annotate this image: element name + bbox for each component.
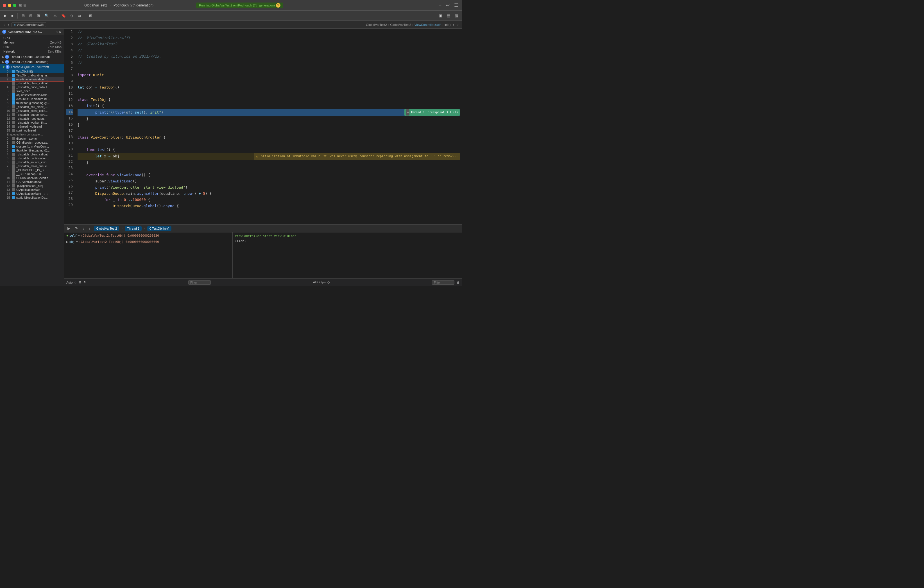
stack-frame-14[interactable]: 14 _pthread_wqthread bbox=[0, 124, 64, 129]
enqueued-frame-12[interactable]: 12 -[UIApplication _run] bbox=[0, 184, 64, 188]
enqueued-frame-10[interactable]: 10 CFRunLoopRunSpecific bbox=[0, 176, 64, 180]
enqueued-frame-2[interactable]: 2 closure #1 in ViewCont... bbox=[0, 144, 64, 149]
memory-resource: Memory Zero KB bbox=[0, 40, 64, 45]
enqueued-frame-0[interactable]: 0 dispatch_async bbox=[0, 137, 64, 140]
forward-btn[interactable]: › bbox=[7, 22, 10, 27]
maximize-button[interactable] bbox=[13, 4, 16, 7]
editor-content[interactable]: 1234567 8910111213 14 151617181920 21222… bbox=[64, 29, 462, 224]
debug-step-out-btn[interactable]: ↑ bbox=[87, 226, 92, 231]
stack-frame-4[interactable]: 4 _dispatch_once_callout bbox=[0, 85, 64, 89]
stack-frame-3[interactable]: 3 _dispatch_client_callout bbox=[0, 81, 64, 85]
debug-view-btn[interactable]: ⊞ bbox=[78, 281, 81, 284]
var-self[interactable]: ▼ self = (GlobalVarTest2.TestObj) 0x0000… bbox=[64, 233, 233, 239]
thread-1[interactable]: ▶ T Thread 1 Queue:...ad (serial) bbox=[0, 54, 64, 59]
enqueued-frame-15[interactable]: 15 static UIApplicationDe... bbox=[0, 196, 64, 200]
line-6: // bbox=[78, 59, 460, 66]
bottom-tab-thread[interactable]: Thread 3 bbox=[125, 226, 142, 231]
debug-mem-btn[interactable]: ⚑ bbox=[83, 281, 86, 284]
all-output-btn[interactable]: All Output ◇ bbox=[313, 281, 330, 284]
frame-12-icon bbox=[12, 117, 15, 120]
minimize-button[interactable] bbox=[8, 4, 11, 7]
console-filter-input[interactable] bbox=[432, 280, 454, 285]
enq-frame-3-icon bbox=[12, 149, 15, 152]
file-tab[interactable]: ● ViewController.swift bbox=[12, 22, 46, 27]
stack-frame-11[interactable]: 11 _dispatch_queue_ove... bbox=[0, 113, 64, 117]
enqueued-frame-9[interactable]: 9 __CFRunLoopRun bbox=[0, 172, 64, 176]
variables-filter-input[interactable] bbox=[188, 280, 211, 285]
enqueued-frame-13[interactable]: 13 UIApplicationMain bbox=[0, 188, 64, 192]
line-10: let obj = TestObj() bbox=[78, 84, 460, 91]
enqueued-frame-7[interactable]: 7 _dispatch_main_queue... bbox=[0, 164, 64, 168]
panel-right-btn[interactable]: ▧ bbox=[453, 13, 460, 18]
enqueued-frame-4[interactable]: 4 _dispatch_client_callout bbox=[0, 152, 64, 156]
stack-frame-0[interactable]: 0 TestObj.init() bbox=[0, 69, 64, 73]
rect-btn[interactable]: ▭ bbox=[76, 13, 82, 18]
enqueued-frame-11[interactable]: 11 GSEventRunModal bbox=[0, 180, 64, 184]
enq-frame-10-icon bbox=[12, 176, 15, 180]
stack-frame-15[interactable]: 15 start_wqthread bbox=[0, 129, 64, 132]
stack-frame-2[interactable]: 2 one-time initialization f... bbox=[0, 77, 64, 81]
stack-frame-13[interactable]: 13 _dispatch_worker_thr... bbox=[0, 121, 64, 124]
obj-expand-icon[interactable]: ▶ bbox=[66, 240, 68, 244]
panel-toggle[interactable]: ☰ bbox=[453, 2, 459, 8]
layout-icon[interactable]: ⊟ bbox=[23, 3, 26, 7]
close-button[interactable] bbox=[3, 4, 6, 7]
enqueued-frame-3[interactable]: 3 thunk for @escaping @... bbox=[0, 149, 64, 152]
shape-btn[interactable]: ◇ bbox=[69, 13, 75, 18]
breadcrumb-sep-1: › bbox=[388, 23, 389, 26]
breakpoint-icon: ≡ bbox=[406, 109, 409, 116]
breakpoint-btn[interactable]: ⊞ bbox=[35, 13, 41, 18]
var-obj[interactable]: ▶ obj = (GlobalVarTest2.TestObj) 0x00000… bbox=[64, 239, 233, 245]
console-clear-btn[interactable]: 🗑 bbox=[457, 281, 460, 284]
stop-button[interactable]: ■ bbox=[10, 13, 15, 18]
scheme-selector[interactable]: ⊞ bbox=[20, 13, 26, 18]
sidebar-toggle-icon[interactable]: ⊞ bbox=[19, 3, 22, 7]
breadcrumb-item-3[interactable]: ViewController.swift bbox=[414, 23, 441, 26]
breadcrumb-item-4[interactable]: init() bbox=[445, 23, 450, 26]
back-btn[interactable]: ‹ bbox=[2, 22, 6, 27]
line-12: class TestObj { bbox=[78, 97, 460, 103]
search-btn[interactable]: 🔍 bbox=[43, 13, 51, 18]
panel-left-btn[interactable]: ▣ bbox=[437, 13, 444, 18]
stack-frame-10[interactable]: 10 _dispatch_client_callo... bbox=[0, 109, 64, 113]
panel-bottom-btn[interactable]: ▤ bbox=[445, 13, 452, 18]
stack-frame-8[interactable]: 8 thunk for @escaping @... bbox=[0, 101, 64, 105]
bottom-tabs: ▶ ↷ ↓ ↑ GlobalVarTest2 › Thread 3 › 0 Te… bbox=[64, 225, 462, 233]
thread-2[interactable]: ▶ T Thread 2 Queue:...ncurrent) bbox=[0, 59, 64, 64]
editor: 1234567 8910111213 14 151617181920 21222… bbox=[64, 29, 462, 286]
stack-frame-1[interactable]: 1 TestObj_...allocating_in... bbox=[0, 73, 64, 77]
expand-btn[interactable]: › bbox=[456, 22, 460, 27]
debug-continue-btn[interactable]: ▶ bbox=[66, 226, 71, 231]
line-19 bbox=[78, 140, 460, 147]
return-button[interactable]: ↩ bbox=[445, 2, 451, 8]
enqueued-frame-6[interactable]: 6 _dispatch_source_invo... bbox=[0, 160, 64, 164]
stack-frame-12[interactable]: 12 _dispatch_root_queu... bbox=[0, 117, 64, 121]
stack-frame-5[interactable]: 5 swift_once bbox=[0, 89, 64, 93]
thread-3[interactable]: ▼ T Thread 3 Queue:...ncurrent) bbox=[0, 64, 64, 69]
self-expand-icon[interactable]: ▼ bbox=[66, 234, 68, 238]
warning-btn[interactable]: ⚠ bbox=[52, 13, 58, 18]
grid-btn[interactable]: ⊞ bbox=[87, 13, 94, 18]
stack-frame-6[interactable]: 6 obj.unsafeMutableAddr... bbox=[0, 93, 64, 97]
enqueued-frame-1[interactable]: 1 OS_dispatch_queue.as... bbox=[0, 140, 64, 144]
enqueued-frame-5[interactable]: 5 _dispatch_continuation... bbox=[0, 156, 64, 160]
enqueued-frame-8[interactable]: 8 _CFRunLOOP_IS_SE... bbox=[0, 168, 64, 172]
enqueued-frame-14[interactable]: 14 UIApplicationMain(_:;:_: bbox=[0, 192, 64, 196]
add-button[interactable]: + bbox=[438, 2, 442, 8]
bottom-tab-frame[interactable]: 0 TestObj.init() bbox=[147, 226, 172, 231]
info-icon[interactable]: ℹ bbox=[56, 30, 58, 34]
auto-btn[interactable]: Auto ◇ bbox=[66, 281, 76, 284]
settings-icon[interactable]: ⚙ bbox=[59, 30, 61, 34]
breadcrumb-item-1[interactable]: GlobalVarTest2 bbox=[366, 23, 387, 26]
device-selector[interactable]: ⊟ bbox=[28, 13, 34, 18]
breadcrumb-item-2[interactable]: GlobalVarTest2 bbox=[390, 23, 411, 26]
stack-frame-9[interactable]: 9 _dispatch_call_block_... bbox=[0, 105, 64, 109]
bookmark-btn[interactable]: 🔖 bbox=[59, 13, 68, 18]
run-button[interactable]: ▶ bbox=[2, 13, 8, 18]
debug-step-in-btn[interactable]: ↓ bbox=[81, 226, 86, 231]
collapse-btn[interactable]: ‹ bbox=[452, 22, 455, 27]
bottom-tab-app[interactable]: GlobalVarTest2 bbox=[94, 226, 119, 231]
stack-frame-7[interactable]: 7 closure #1 in closure #1... bbox=[0, 97, 64, 101]
debug-step-over-btn[interactable]: ↷ bbox=[74, 226, 79, 231]
thread-1-label: Thread 1 Queue:...ad (serial) bbox=[10, 55, 50, 58]
